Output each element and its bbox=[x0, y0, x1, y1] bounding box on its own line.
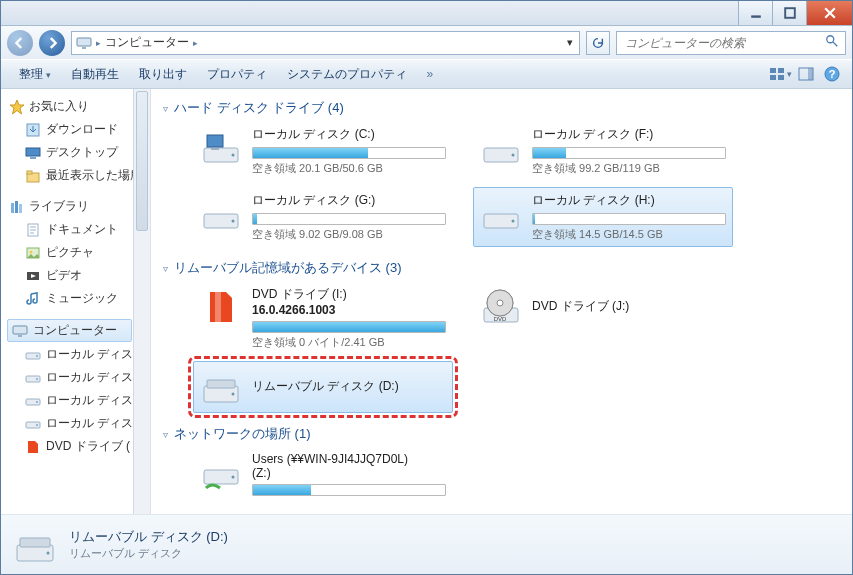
tree-item-recent[interactable]: 最近表示した場所 bbox=[7, 164, 148, 187]
close-button[interactable] bbox=[806, 1, 852, 25]
tree-item-downloads[interactable]: ダウンロード bbox=[7, 118, 148, 141]
drive-label: ローカル ディスク (H:) bbox=[532, 192, 726, 209]
svg-point-32 bbox=[36, 401, 38, 403]
drive-h[interactable]: ローカル ディスク (H:) 空き領域 14.5 GB/14.5 GB bbox=[473, 187, 733, 247]
toolbar-properties[interactable]: プロパティ bbox=[197, 66, 277, 83]
svg-text:DVD: DVD bbox=[494, 316, 507, 322]
svg-rect-18 bbox=[11, 203, 14, 213]
recent-icon bbox=[25, 168, 41, 184]
office-icon bbox=[25, 439, 41, 455]
libraries-icon bbox=[9, 199, 25, 215]
svg-rect-14 bbox=[26, 148, 40, 156]
svg-point-4 bbox=[827, 36, 834, 43]
tree-computer[interactable]: コンピューター bbox=[7, 319, 132, 342]
back-button[interactable] bbox=[7, 30, 33, 56]
drive-icon bbox=[25, 393, 41, 409]
tree-item-label: ビデオ bbox=[46, 267, 82, 284]
tree-item-documents[interactable]: ドキュメント bbox=[7, 218, 148, 241]
drive-freespace: 空き領域 99.2 GB/119 GB bbox=[532, 161, 726, 176]
tree-scrollbar[interactable] bbox=[133, 89, 150, 514]
dvd-drive-icon: DVD bbox=[480, 286, 522, 328]
drive-usage-bar bbox=[532, 147, 726, 159]
forward-button[interactable] bbox=[39, 30, 65, 56]
tree-item-desktop[interactable]: デスクトップ bbox=[7, 141, 148, 164]
drive-dvd-i[interactable]: DVD ドライブ (I:) 16.0.4266.1003 空き領域 0 バイト/… bbox=[193, 281, 453, 355]
details-pane: リムーバブル ディスク (D:) リムーバブル ディスク bbox=[1, 514, 852, 574]
tree-item-localdisk[interactable]: ローカル ディス bbox=[7, 412, 148, 435]
tree-item-music[interactable]: ミュージック bbox=[7, 287, 148, 310]
hdd-icon bbox=[480, 126, 522, 168]
svg-rect-2 bbox=[77, 38, 91, 46]
svg-point-53 bbox=[232, 393, 235, 396]
minimize-button[interactable] bbox=[738, 1, 772, 25]
svg-rect-52 bbox=[207, 380, 235, 388]
drive-g[interactable]: ローカル ディスク (G:) 空き領域 9.02 GB/9.08 GB bbox=[193, 187, 453, 247]
drive-letter: (Z:) bbox=[252, 466, 446, 480]
tree-item-label: ダウンロード bbox=[46, 121, 118, 138]
drive-label: DVD ドライブ (I:) bbox=[252, 286, 446, 303]
tree-item-label: ローカル ディス bbox=[46, 415, 133, 432]
search-box[interactable] bbox=[616, 31, 846, 55]
titlebar bbox=[1, 1, 852, 26]
refresh-button[interactable] bbox=[586, 31, 610, 55]
toolbar-autoplay[interactable]: 自動再生 bbox=[61, 66, 129, 83]
tree-item-dvd[interactable]: DVD ドライブ ( bbox=[7, 435, 148, 458]
drive-usage-bar bbox=[252, 484, 446, 496]
removable-drive-icon bbox=[13, 523, 57, 567]
category-hdd[interactable]: ハード ディスク ドライブ (4) bbox=[163, 95, 840, 121]
search-input[interactable] bbox=[623, 35, 839, 51]
address-bar[interactable]: ▸ コンピューター ▸ ▾ bbox=[71, 31, 580, 55]
drive-removable-d[interactable]: リムーバブル ディスク (D:) bbox=[193, 361, 453, 413]
drive-label: ローカル ディスク (C:) bbox=[252, 126, 446, 143]
svg-rect-26 bbox=[18, 335, 22, 337]
svg-point-55 bbox=[232, 476, 235, 479]
tree-favorites[interactable]: お気に入り bbox=[7, 95, 148, 118]
toolbar-eject[interactable]: 取り出す bbox=[129, 66, 197, 83]
category-removable[interactable]: リムーバブル記憶域があるデバイス (3) bbox=[163, 255, 840, 281]
tree-item-localdisk[interactable]: ローカル ディス bbox=[7, 366, 148, 389]
drive-f[interactable]: ローカル ディスク (F:) 空き領域 99.2 GB/119 GB bbox=[473, 121, 733, 181]
svg-rect-8 bbox=[778, 75, 784, 80]
tree-item-localdisk[interactable]: ローカル ディス bbox=[7, 389, 148, 412]
drive-usage-bar bbox=[532, 213, 726, 225]
breadcrumb-root[interactable]: コンピューター bbox=[105, 34, 189, 51]
drive-network-z[interactable]: Users (¥¥WIN-9JI4JJQ7D0L) (Z:) bbox=[193, 447, 453, 501]
tree-item-videos[interactable]: ビデオ bbox=[7, 264, 148, 287]
tree-item-localdisk[interactable]: ローカル ディス bbox=[7, 343, 148, 366]
videos-icon bbox=[25, 268, 41, 284]
drive-label: ローカル ディスク (G:) bbox=[252, 192, 446, 209]
svg-rect-1 bbox=[785, 8, 795, 18]
tree-item-label: ドキュメント bbox=[46, 221, 118, 238]
drive-icon bbox=[25, 347, 41, 363]
drive-c[interactable]: ローカル ディスク (C:) 空き領域 20.1 GB/50.6 GB bbox=[193, 121, 453, 181]
toolbar-organize[interactable]: 整理 bbox=[9, 66, 61, 83]
view-menu-button[interactable]: ▾ bbox=[768, 63, 792, 85]
body: お気に入り ダウンロード デスクトップ 最近表示した場所 ライブラリ ドキュメン… bbox=[1, 89, 852, 514]
navigation-pane: お気に入り ダウンロード デスクトップ 最近表示した場所 ライブラリ ドキュメン… bbox=[1, 89, 151, 514]
drive-dvd-j[interactable]: DVD DVD ドライブ (J:) bbox=[473, 281, 733, 355]
toolbar-overflow[interactable]: » bbox=[417, 67, 444, 81]
svg-point-49 bbox=[497, 300, 503, 306]
maximize-button[interactable] bbox=[772, 1, 806, 25]
svg-rect-6 bbox=[778, 68, 784, 73]
tree-scroll-thumb[interactable] bbox=[136, 91, 148, 231]
toolbar-system-properties[interactable]: システムのプロパティ bbox=[277, 66, 417, 83]
tree-item-label: デスクトップ bbox=[46, 144, 118, 161]
preview-pane-button[interactable] bbox=[794, 63, 818, 85]
help-button[interactable]: ? bbox=[820, 63, 844, 85]
svg-rect-20 bbox=[19, 204, 22, 213]
drive-usage-bar bbox=[252, 213, 446, 225]
address-dropdown-icon[interactable]: ▾ bbox=[567, 36, 573, 49]
category-network[interactable]: ネットワークの場所 (1) bbox=[163, 421, 840, 447]
tree-item-pictures[interactable]: ピクチャ bbox=[7, 241, 148, 264]
tree-libraries[interactable]: ライブラリ bbox=[7, 195, 148, 218]
pictures-icon bbox=[25, 245, 41, 261]
tree-libraries-label: ライブラリ bbox=[29, 198, 89, 215]
drive-label: ローカル ディスク (F:) bbox=[532, 126, 726, 143]
drive-label: Users (¥¥WIN-9JI4JJQ7D0L) bbox=[252, 452, 446, 466]
hdd-icon bbox=[480, 192, 522, 234]
drive-version: 16.0.4266.1003 bbox=[252, 303, 446, 317]
music-icon bbox=[25, 291, 41, 307]
tree-item-label: ローカル ディス bbox=[46, 369, 133, 386]
svg-point-40 bbox=[512, 154, 515, 157]
